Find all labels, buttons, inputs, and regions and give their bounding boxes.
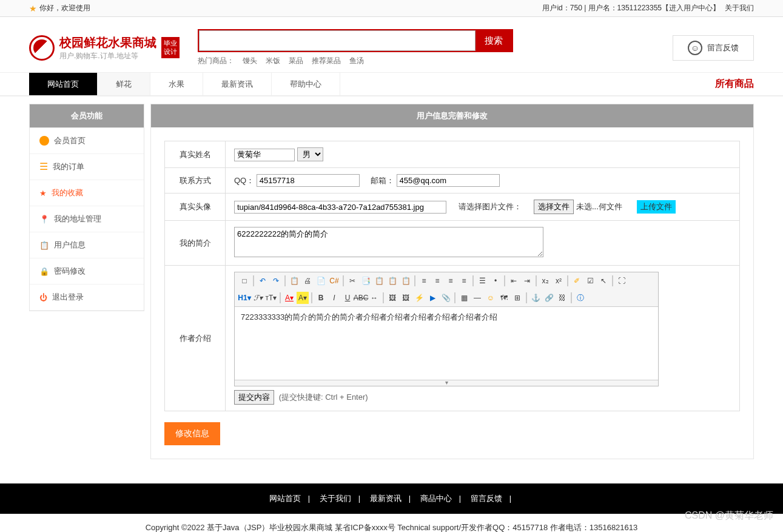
pagebreak-icon[interactable]: ⊞ <box>511 292 523 304</box>
nav-news[interactable]: 最新资讯 <box>203 73 272 95</box>
underline-icon[interactable]: U <box>341 292 354 304</box>
main-nav: 网站首页 鲜花 水果 最新资讯 帮助中心 所有商品 <box>0 72 783 96</box>
multi-image-icon[interactable]: 🖼 <box>400 292 412 304</box>
clipboard-icon: 📋 <box>39 241 49 250</box>
fontfamily-icon[interactable]: ℱ▾ <box>252 292 264 304</box>
undo-icon[interactable]: ↶ <box>257 275 269 287</box>
paste-icon[interactable]: 📋 <box>288 275 300 287</box>
fontsize-icon[interactable]: тT▾ <box>265 292 277 304</box>
paste-word-icon[interactable]: 📋 <box>400 275 412 287</box>
forecolor-icon[interactable]: A▾ <box>283 292 295 304</box>
outdent-icon[interactable]: ⇤ <box>508 275 520 287</box>
table-icon[interactable]: ▦ <box>458 292 470 304</box>
redo-icon[interactable]: ↷ <box>270 275 282 287</box>
clear-format-icon[interactable]: ✐ <box>571 275 583 287</box>
hot-word[interactable]: 馒头 <box>243 56 257 66</box>
hot-word[interactable]: 米饭 <box>266 56 280 66</box>
sidebar-item-address[interactable]: 📍我的地址管理 <box>30 206 144 232</box>
star-icon: ★ <box>29 4 37 13</box>
about-link[interactable]: 关于我们 <box>725 3 754 13</box>
heading-icon[interactable]: H1▾ <box>238 292 250 304</box>
paste-text-icon[interactable]: 📋 <box>386 275 398 287</box>
align-right-icon[interactable]: ≡ <box>445 275 457 287</box>
cut-icon[interactable]: ✂ <box>346 275 358 287</box>
logo-title: 校园鲜花水果商城 <box>59 35 156 51</box>
nav-home[interactable]: 网站首页 <box>29 73 98 95</box>
email-input[interactable] <box>397 174 500 187</box>
star-icon: ★ <box>39 189 47 198</box>
user-center-link[interactable]: 用户id：750 | 用户名：13511223355【进入用户中心】 <box>542 3 720 13</box>
search-button[interactable]: 搜索 <box>476 30 512 51</box>
file-icon[interactable]: 📎 <box>440 292 452 304</box>
fullscreen-icon[interactable]: ⛶ <box>616 275 628 287</box>
backcolor-icon[interactable]: A▾ <box>297 292 309 304</box>
print-icon[interactable]: 🖨 <box>301 275 314 287</box>
emoji-icon[interactable]: ☺ <box>485 292 497 304</box>
label-author: 作者介绍 <box>165 266 226 411</box>
intro-textarea[interactable]: 6222222222的简介的简介 <box>234 227 543 257</box>
sidebar-item-home[interactable]: 会员首页 <box>30 128 144 154</box>
indent-icon[interactable]: ⇥ <box>521 275 533 287</box>
about-icon[interactable]: ⓘ <box>574 292 586 304</box>
search-input[interactable] <box>199 30 476 51</box>
realname-input[interactable] <box>234 149 295 161</box>
qq-input[interactable] <box>257 174 360 187</box>
strike-icon[interactable]: ABC <box>355 292 367 304</box>
flash-icon[interactable]: ⚡ <box>413 292 425 304</box>
map-icon[interactable]: 🗺 <box>498 292 510 304</box>
footer-link[interactable]: 留言反馈 <box>468 494 505 503</box>
hot-word[interactable]: 鱼汤 <box>349 56 364 66</box>
media-icon[interactable]: ▶ <box>426 292 439 304</box>
pointer-icon[interactable]: ↖ <box>597 275 610 287</box>
nav-flower[interactable]: 鲜花 <box>98 73 150 95</box>
choose-file-button[interactable]: 选择文件 <box>534 200 574 214</box>
unlink-icon[interactable]: ⛓ <box>556 292 568 304</box>
select-all-icon[interactable]: ☑ <box>584 275 596 287</box>
logo[interactable]: 校园鲜花水果商城 用户.购物车.订单.地址等 毕业设计 <box>29 35 180 61</box>
removeformat-icon[interactable]: ↔ <box>368 292 380 304</box>
rich-editor: □ ↶ ↷ 📋 🖨 📄 C# ✂ 📑 📋 📋 <box>234 272 659 386</box>
align-center-icon[interactable]: ≡ <box>431 275 443 287</box>
bold-icon[interactable]: B <box>315 292 327 304</box>
sidebar-item-password[interactable]: 🔒密码修改 <box>30 258 144 285</box>
submit-content-button[interactable]: 提交内容 <box>234 390 274 405</box>
editor-resize-handle[interactable]: ▾ <box>235 380 658 386</box>
anchor-icon[interactable]: ⚓ <box>529 292 542 304</box>
editor-body[interactable]: 7223333333的简介的简介的简介者介绍者介绍者介绍者介绍者介绍者介绍 <box>235 307 658 380</box>
paste2-icon[interactable]: 📋 <box>373 275 385 287</box>
footer-nav: 网站首页| 关于我们| 最新资讯| 商品中心| 留言反馈| <box>0 483 783 514</box>
footer-link[interactable]: 商品中心 <box>418 494 454 503</box>
footer-link[interactable]: 网站首页 <box>267 494 303 503</box>
align-justify-icon[interactable]: ≡ <box>458 275 470 287</box>
ordered-list-icon[interactable]: ☰ <box>476 275 488 287</box>
copy-icon[interactable]: 📑 <box>360 275 372 287</box>
hr-icon[interactable]: — <box>471 292 483 304</box>
italic-icon[interactable]: I <box>328 292 340 304</box>
subscript-icon[interactable]: x₂ <box>539 275 551 287</box>
image-icon[interactable]: 🖼 <box>386 292 398 304</box>
feedback-button[interactable]: ☺ 留言反馈 <box>673 35 754 61</box>
hot-word[interactable]: 菜品 <box>289 56 303 66</box>
sidebar-item-userinfo[interactable]: 📋用户信息 <box>30 232 144 258</box>
template-icon[interactable]: 📄 <box>315 275 327 287</box>
link-icon[interactable]: 🔗 <box>543 292 555 304</box>
avatar-path-input[interactable] <box>234 201 446 214</box>
footer-link[interactable]: 关于我们 <box>317 494 354 503</box>
upload-file-button[interactable]: 上传文件 <box>637 200 676 214</box>
nav-help[interactable]: 帮助中心 <box>272 73 340 95</box>
align-left-icon[interactable]: ≡ <box>418 275 430 287</box>
modify-info-button[interactable]: 修改信息 <box>164 422 220 445</box>
hot-word[interactable]: 推荐菜品 <box>312 56 341 66</box>
source-icon[interactable]: □ <box>238 275 250 287</box>
unordered-list-icon[interactable]: • <box>489 275 502 287</box>
footer-link[interactable]: 最新资讯 <box>368 494 404 503</box>
topbar-welcome: ★ 你好，欢迎使用 <box>29 3 90 13</box>
sidebar-item-logout[interactable]: ⏻退出登录 <box>30 285 144 311</box>
sidebar-item-orders[interactable]: ☰我的订单 <box>30 154 144 180</box>
nav-fruit[interactable]: 水果 <box>150 73 203 95</box>
code-icon[interactable]: C# <box>328 275 340 287</box>
gender-select[interactable]: 男 <box>297 147 323 161</box>
sidebar-item-favorites[interactable]: ★我的收藏 <box>30 180 144 206</box>
superscript-icon[interactable]: x² <box>553 275 565 287</box>
all-goods-link[interactable]: 所有商品 <box>715 73 754 95</box>
